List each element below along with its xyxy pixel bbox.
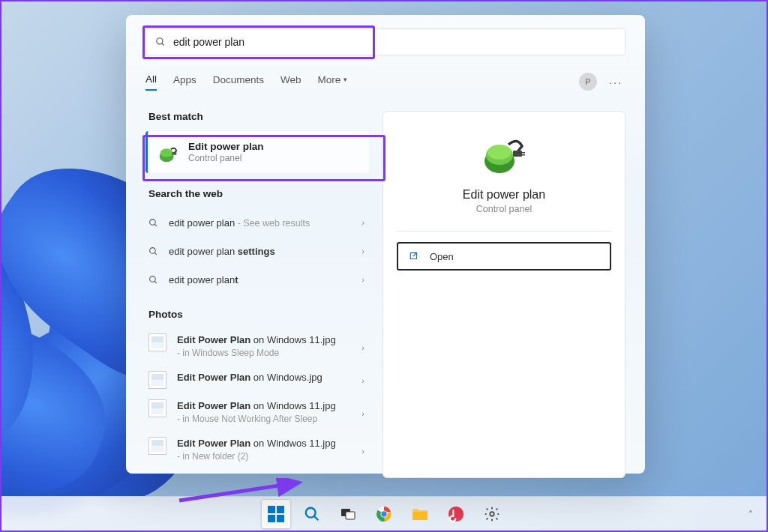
user-avatar[interactable]: P — [579, 73, 597, 91]
taskbar-search-button[interactable] — [297, 499, 327, 529]
tab-web[interactable]: Web — [280, 74, 302, 90]
photo-thumbnail-icon — [148, 399, 166, 417]
show-hidden-icons-button[interactable]: ˄ — [748, 509, 753, 519]
open-icon — [409, 251, 419, 262]
photo-result[interactable]: Edit Power Plan on Windows.jpg › — [146, 366, 369, 395]
svg-rect-20 — [277, 506, 284, 513]
svg-line-24 — [314, 516, 319, 520]
svg-point-13 — [488, 145, 512, 160]
detail-subtitle: Control panel — [476, 204, 532, 214]
tab-documents[interactable]: Documents — [213, 74, 264, 90]
best-match-heading: Best match — [146, 111, 369, 122]
chevron-right-icon: › — [362, 447, 364, 456]
svg-point-29 — [381, 511, 386, 516]
start-button[interactable] — [261, 499, 291, 529]
chevron-right-icon: › — [362, 376, 364, 385]
power-plan-icon — [157, 141, 179, 163]
svg-rect-14 — [513, 151, 522, 157]
taskbar: ˄ — [2, 496, 766, 531]
svg-line-8 — [154, 253, 157, 255]
photo-result[interactable]: Edit Power Plan on Windows 11.jpg- in Mo… — [146, 395, 369, 432]
photo-result[interactable]: Edit Power Plan on Windows 11.jpg- in Wi… — [146, 329, 369, 366]
web-result[interactable]: edit power plant › — [146, 265, 369, 294]
search-web-heading: Search the web — [146, 188, 369, 199]
svg-rect-16 — [521, 154, 525, 156]
svg-rect-4 — [172, 152, 177, 155]
tab-all[interactable]: All — [146, 73, 157, 91]
search-icon — [148, 218, 158, 228]
power-plan-large-icon — [480, 130, 528, 178]
svg-point-3 — [160, 148, 173, 157]
photos-heading: Photos — [146, 309, 369, 320]
more-options-button[interactable]: ··· — [606, 76, 626, 88]
chevron-right-icon: › — [362, 218, 364, 227]
web-result[interactable]: edit power plan settings › — [146, 237, 369, 265]
search-icon — [148, 247, 158, 256]
tab-more[interactable]: More ▾ — [318, 74, 348, 90]
search-icon — [148, 275, 158, 285]
svg-rect-26 — [346, 512, 355, 519]
photo-result[interactable]: Edit Power Plan on Windwos 11.jpg- in Ne… — [146, 432, 369, 470]
chevron-right-icon: › — [362, 275, 364, 284]
photo-thumbnail-icon — [148, 437, 166, 455]
settings-icon[interactable] — [477, 499, 507, 529]
svg-line-18 — [413, 253, 417, 256]
svg-rect-22 — [277, 515, 284, 522]
best-match-title: Edit power plan — [188, 141, 264, 152]
best-match-subtitle: Control panel — [188, 153, 264, 163]
svg-point-5 — [150, 219, 156, 225]
web-result[interactable]: edit power plan - See web results › — [146, 208, 369, 237]
divider — [397, 231, 611, 232]
file-explorer-icon[interactable] — [405, 499, 435, 529]
open-button[interactable]: Open — [397, 242, 611, 270]
svg-point-9 — [150, 276, 156, 282]
tabs-row: All Apps Documents Web More ▾ P ··· — [146, 69, 626, 94]
svg-rect-15 — [521, 152, 525, 154]
svg-line-6 — [154, 224, 157, 226]
chevron-right-icon: › — [362, 343, 364, 352]
open-label: Open — [430, 251, 454, 262]
svg-point-7 — [150, 247, 156, 253]
start-search-panel: All Apps Documents Web More ▾ P ··· Best… — [126, 15, 645, 474]
svg-point-0 — [157, 38, 163, 44]
chrome-icon[interactable] — [369, 499, 399, 529]
search-bar[interactable] — [146, 28, 626, 55]
photo-thumbnail-icon — [148, 371, 166, 389]
search-icon — [155, 37, 166, 47]
task-view-button[interactable] — [333, 499, 363, 529]
detail-panel: Edit power plan Control panel Open — [382, 111, 626, 478]
svg-rect-19 — [268, 506, 275, 513]
detail-title: Edit power plan — [463, 188, 545, 202]
chevron-right-icon: › — [362, 409, 364, 418]
svg-point-23 — [306, 507, 316, 517]
photo-thumbnail-icon — [148, 333, 166, 351]
search-input[interactable] — [173, 36, 616, 48]
tab-apps[interactable]: Apps — [173, 74, 196, 90]
chevron-down-icon: ▾ — [344, 76, 347, 83]
svg-rect-30 — [412, 512, 428, 520]
chevron-right-icon: › — [362, 247, 364, 256]
svg-point-32 — [490, 512, 494, 516]
svg-line-1 — [162, 43, 164, 46]
results-column: Best match Edit power plan Control panel… — [146, 111, 369, 478]
best-match-result[interactable]: Edit power plan Control panel — [146, 131, 369, 173]
svg-line-10 — [154, 281, 157, 283]
beats-icon[interactable] — [441, 499, 471, 529]
svg-rect-21 — [268, 515, 275, 522]
